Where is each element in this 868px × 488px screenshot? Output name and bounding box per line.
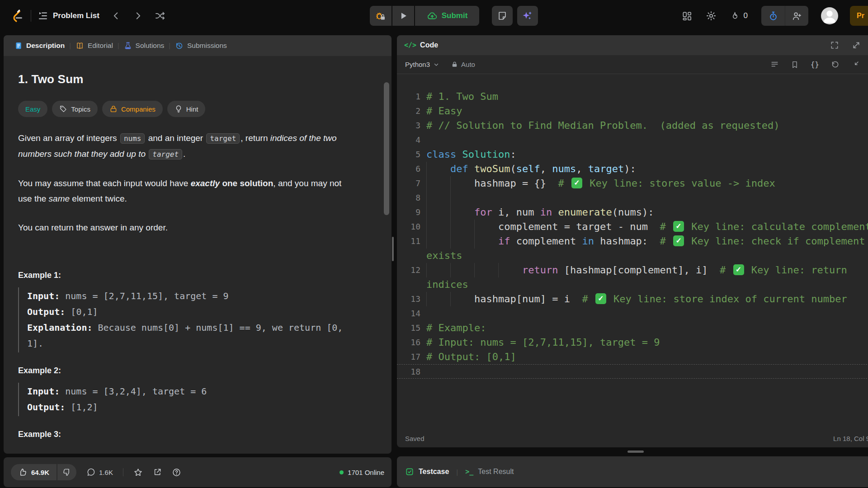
- problem-description: 1. Two Sum Easy Topics Companies: [4, 56, 392, 454]
- code-text: [423, 133, 868, 147]
- comments-button[interactable]: 1.6K: [86, 468, 113, 477]
- settings-button[interactable]: [706, 10, 717, 21]
- tab-test-result[interactable]: >_ Test Result: [465, 468, 514, 476]
- code-token: Key line: check if complement: [685, 235, 865, 247]
- submit-button[interactable]: Submit: [415, 6, 479, 26]
- inline-code-target: target: [149, 149, 182, 160]
- code-token: target: [588, 163, 624, 174]
- streak-counter[interactable]: 0: [730, 11, 748, 21]
- flask-icon: [124, 42, 132, 50]
- help-button[interactable]: [172, 468, 181, 477]
- avatar-person-icon: [821, 7, 838, 24]
- leetcode-app: Problem List: [0, 0, 868, 488]
- code-line: exists: [397, 249, 868, 263]
- top-navigation: Problem List: [0, 0, 868, 32]
- topics-label: Topics: [71, 105, 90, 113]
- share-button[interactable]: [153, 468, 162, 477]
- tab-description[interactable]: Description: [10, 42, 69, 50]
- code-text: # Output: [0,1]: [423, 350, 868, 364]
- premium-button[interactable]: Pr: [850, 6, 868, 26]
- indent-guide: [450, 220, 451, 234]
- tab-submissions[interactable]: Submissions: [170, 42, 231, 50]
- format-lines-icon: [770, 60, 779, 69]
- format-code-button[interactable]: [770, 60, 779, 69]
- reset-icon: [831, 60, 840, 69]
- tab-solutions[interactable]: Solutions: [119, 42, 169, 50]
- resize-panel-button[interactable]: [852, 41, 861, 50]
- line-number: 9: [397, 205, 423, 220]
- code-token: (: [510, 163, 516, 174]
- leetcode-logo[interactable]: [10, 8, 24, 23]
- cloud-upload-icon: [427, 10, 438, 21]
- fullscreen-button[interactable]: [830, 41, 839, 50]
- description-tabbar: Description | Editorial | Solutions |: [4, 35, 392, 56]
- favorite-button[interactable]: [133, 468, 143, 477]
- tab-testcase[interactable]: Testcase: [405, 467, 449, 476]
- problem-list-button[interactable]: Problem List: [38, 10, 99, 21]
- code-line: 6 def twoSum(self, nums, target):: [397, 162, 868, 176]
- indent-guide: [426, 292, 427, 306]
- code-text: # 1. Two Sum: [423, 89, 868, 104]
- horizontal-resize-handle[interactable]: [627, 450, 644, 453]
- session-tools: [761, 6, 808, 26]
- ai-assistant-button[interactable]: [517, 6, 538, 26]
- code-token: in: [540, 206, 552, 218]
- inline-code-nums: nums: [120, 133, 145, 144]
- braces-icon: {}: [811, 60, 819, 69]
- topics-button[interactable]: Topics: [52, 101, 98, 117]
- code-line: 17# Output: [0,1]: [397, 350, 868, 364]
- collapse-panel-button[interactable]: [851, 60, 860, 69]
- document-icon: [14, 42, 23, 50]
- debug-button[interactable]: [370, 6, 392, 26]
- streak-count: 0: [744, 11, 748, 20]
- avatar[interactable]: [821, 7, 838, 24]
- check-square-icon: [405, 467, 414, 476]
- indent-guide: [426, 234, 427, 249]
- grid-icon: [682, 11, 692, 21]
- code-panel: </> Code Python3: [397, 35, 868, 447]
- code-line: 12 return [hashmap[complement], i] # ✓ K…: [397, 263, 868, 277]
- like-button[interactable]: 64.9K: [11, 464, 57, 480]
- line-number: 10: [397, 220, 423, 234]
- example-label: Example 1:: [18, 271, 377, 280]
- shuffle-icon: [155, 10, 165, 21]
- companies-button[interactable]: Companies: [102, 101, 163, 117]
- code-token: return: [522, 264, 558, 276]
- language-selector[interactable]: Python3: [405, 61, 439, 68]
- hint-button[interactable]: Hint: [167, 101, 206, 117]
- apps-grid-button[interactable]: [682, 11, 692, 21]
- notes-button[interactable]: [492, 6, 513, 26]
- sparkles-icon: [522, 10, 533, 22]
- shuffle-button[interactable]: [155, 10, 165, 21]
- premium-label: Pr: [857, 12, 864, 19]
- testcase-panel: Testcase | >_ Test Result: [397, 456, 868, 487]
- description-scrollbar[interactable]: [384, 82, 389, 215]
- auto-save-indicator[interactable]: Auto: [451, 61, 475, 68]
- example-label: Example 3:: [18, 430, 377, 439]
- code-editor[interactable]: 1# 1. Two Sum2# Easy3# // Solution to Fi…: [397, 74, 868, 447]
- code-token: ,: [576, 163, 588, 174]
- code-token: Solution: [462, 149, 510, 160]
- chevron-left-icon: [111, 11, 121, 21]
- vertical-resize-handle[interactable]: [392, 237, 394, 261]
- dislike-button[interactable]: [57, 464, 76, 480]
- bookmark-button[interactable]: [791, 61, 799, 69]
- prev-problem-button[interactable]: [111, 11, 121, 21]
- timer-button[interactable]: [761, 6, 785, 26]
- chevron-right-icon: [133, 11, 143, 21]
- code-line: 1# 1. Two Sum: [397, 89, 868, 104]
- difficulty-badge[interactable]: Easy: [18, 101, 47, 117]
- code-token: Key line: stores value -> index: [584, 178, 775, 189]
- tab-editorial[interactable]: Editorial: [71, 42, 118, 50]
- code-token: hashmap = {}: [426, 178, 558, 189]
- indent-guide: [450, 205, 451, 220]
- reset-code-button[interactable]: [831, 60, 840, 69]
- online-dot: [340, 470, 344, 474]
- snippets-button[interactable]: {}: [811, 60, 819, 69]
- code-token: ):: [624, 163, 636, 174]
- run-button[interactable]: [392, 6, 414, 26]
- line-number: 5: [397, 147, 423, 162]
- add-collaborator-button[interactable]: [785, 6, 808, 26]
- code-token: # // Solution to Find Median Problem. (a…: [426, 120, 779, 131]
- next-problem-button[interactable]: [133, 11, 143, 21]
